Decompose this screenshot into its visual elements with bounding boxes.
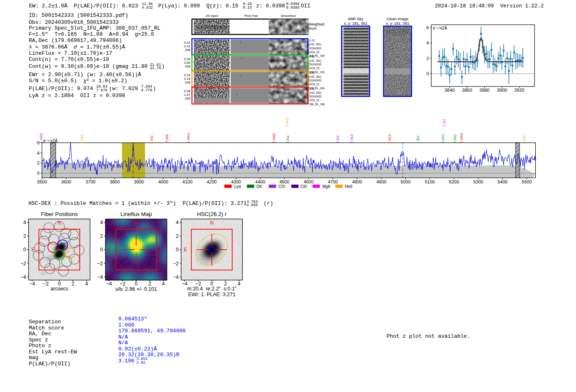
svg-text:Obs: 20240305v016_5001542333: Obs: 20240305v016_5001542333 — [29, 19, 118, 26]
svg-text:6.776: 6.776 — [141, 88, 152, 93]
svg-text:−4: −4 — [29, 281, 35, 287]
svg-text:2D Spec: 2D Spec — [206, 14, 218, 18]
svg-text:(w: 7.029: (w: 7.029 — [109, 86, 138, 92]
svg-text:S/N = 5.0(±0.5) χ2 = 1.0(±0.2: S/N = 5.0(±0.5) χ2 = 1.0(±0.2) — [29, 78, 127, 84]
svg-text:EWr: 1. PLAE: 3.271: EWr: 1. PLAE: 3.271 — [188, 292, 235, 297]
svg-text:Pixel Flat: Pixel Flat — [244, 14, 258, 18]
svg-text:Hβ {: Hβ { — [416, 136, 420, 143]
svg-text:SiIV {: SiIV { — [272, 133, 276, 143]
svg-text:CII {: CII { — [522, 135, 527, 143]
svg-text:0: 0 — [426, 71, 429, 76]
svg-text:v016_01: v016_01 — [309, 83, 320, 86]
svg-text:HeII: HeII — [345, 184, 352, 189]
svg-text:2024-10-18 18:48:09 Version 1: 2024-10-18 18:48:09 Version 1.22.2 — [435, 3, 544, 9]
svg-text:5500: 5500 — [522, 179, 532, 184]
svg-text:−2: −2 — [20, 261, 26, 267]
svg-text:CII {: CII { — [336, 135, 340, 143]
svg-text:20240305: 20240305 — [309, 63, 321, 66]
svg-text:4600: 4600 — [304, 179, 314, 184]
svg-text:SiII {: SiII { — [165, 134, 170, 142]
svg-text:4: 4 — [23, 220, 26, 225]
svg-text:0: 0 — [37, 171, 39, 176]
svg-text:2.995: 2.995 — [246, 203, 258, 207]
svg-text:179.669591, 49.794000: 179.669591, 49.794000 — [118, 328, 186, 334]
svg-text:Cont(n) = 7.70(±0.55)e-18: Cont(n) = 7.70(±0.55)e-18 — [29, 56, 109, 63]
svg-text:NV {: NV { — [150, 136, 154, 144]
svg-text:(191, 361): (191, 361) — [309, 59, 322, 63]
svg-text:x, y: 191, 361: x, y: 191, 361 — [344, 21, 367, 26]
svg-text:−4: −4 — [106, 281, 112, 287]
svg-text:4200: 4200 — [207, 179, 216, 184]
svg-text:2.19: 2.19 — [184, 77, 190, 81]
svg-text:2: 2 — [23, 233, 26, 239]
svg-text:4800: 4800 — [352, 179, 362, 184]
svg-text:P(LAE)/P(OII): 9.074: P(LAE)/P(OII): 9.074 — [29, 86, 93, 92]
svg-text:4700: 4700 — [328, 179, 338, 184]
svg-text:Lineflux Map: Lineflux Map — [121, 211, 152, 217]
svg-text:OIII {: OIII { — [453, 134, 458, 143]
svg-text:SiIV {: SiIV { — [39, 133, 44, 143]
svg-text:With Sky: With Sky — [348, 16, 364, 21]
svg-text:5400: 5400 — [497, 179, 507, 184]
svg-text:HeII {: HeII { — [460, 133, 464, 143]
svg-text:RA, Dec: RA, Dec — [29, 331, 51, 337]
svg-text:0.26: 0.26 — [184, 57, 190, 61]
svg-text:CIV: CIV — [279, 184, 286, 189]
svg-text:RA,Dec (179.669617,49.794006): RA,Dec (179.669617,49.794006) — [29, 37, 122, 44]
svg-text:2: 2 — [426, 56, 429, 61]
svg-text:4: 4 — [37, 151, 39, 155]
svg-text:3800: 3800 — [110, 179, 120, 184]
svg-text:2: 2 — [37, 160, 39, 165]
svg-text:Cont(w) = 9.30(±0.09)e-18 (gma: Cont(w) = 9.30(±0.09)e-18 (gmag 21.80 — [29, 63, 148, 70]
svg-text:Separation: Separation — [29, 319, 61, 325]
svg-text:298: 298 — [185, 65, 190, 68]
svg-text:6: 6 — [37, 140, 39, 145]
svg-text:2.82: 2.82 — [137, 361, 146, 365]
svg-text:4000: 4000 — [158, 179, 168, 184]
svg-text:N/A: N/A — [118, 334, 128, 340]
svg-text:0.08: 0.08 — [184, 89, 190, 93]
svg-text:3500: 3500 — [37, 179, 47, 184]
svg-text:HSC-DEX : Possible Matches = 1: HSC-DEX : Possible Matches = 1 (within +… — [28, 200, 247, 206]
svg-text:OII: OII — [256, 184, 262, 189]
svg-text:(r): (r) — [264, 200, 273, 206]
svg-text:4100: 4100 — [182, 179, 192, 184]
svg-text:Phot z plot not available.: Phot z plot not available. — [387, 333, 470, 339]
svg-text:0.70": 0.70" — [309, 39, 316, 42]
svg-text:(191, 361): (191, 361) — [309, 75, 322, 79]
svg-text:0.84": 0.84" — [309, 55, 316, 58]
svg-text:HSC(26.2) r: HSC(26.2) r — [197, 211, 227, 217]
svg-text:5000: 5000 — [401, 179, 411, 184]
svg-text:): ) — [162, 63, 165, 70]
svg-text:Photo z: Photo z — [29, 343, 51, 349]
svg-text:0.15: 0.15 — [243, 6, 252, 10]
svg-text:arcsecs: arcsecs — [51, 286, 68, 292]
svg-text:F=1.5" T=0.165 N=1.08 A=0.9: F=1.5" T=0.165 N=1.08 A=0.94 g=25.0 — [29, 31, 154, 37]
svg-text:7.876: 7.876 — [96, 88, 107, 93]
svg-text:3840: 3840 — [445, 88, 455, 93]
svg-text:OIII {: OIII { — [441, 134, 446, 143]
svg-text:20240305: 20240305 — [309, 95, 321, 98]
svg-text:3900: 3900 — [497, 88, 507, 93]
svg-text:−4: −4 — [173, 274, 179, 280]
svg-text:−2: −2 — [43, 281, 49, 287]
svg-text:Clean Image: Clean Image — [386, 16, 409, 21]
svg-text:v016_02: v016_02 — [309, 51, 320, 54]
svg-text:3700: 3700 — [86, 179, 95, 184]
svg-text:v016_01: v016_01 — [309, 99, 320, 102]
svg-text:x, y: 191, 361: x, y: 191, 361 — [386, 21, 409, 26]
svg-text:0.31: 0.31 — [184, 41, 190, 44]
svg-text:m:20.4 re:2.2" s:0.1": m:20.4 re:2.2" s:0.1" — [187, 286, 237, 292]
svg-text:CIII {: CIII { — [285, 118, 290, 126]
svg-text:MgII: MgII — [322, 184, 330, 189]
svg-text:Sum: Sum — [309, 26, 317, 30]
svg-text:3600: 3600 — [61, 179, 71, 184]
svg-text:3900: 3900 — [134, 179, 144, 184]
svg-text:4400: 4400 — [255, 179, 265, 184]
svg-text:P(Lyα): 0.099 Q(z): 0.15: P(Lyα): 0.099 Q(z): 0.15 — [158, 3, 238, 9]
svg-text:Spec z: Spec z — [29, 337, 48, 343]
svg-text:4.632: 4.632 — [142, 6, 153, 10]
svg-text:Match score: Match score — [29, 325, 64, 331]
svg-text:3860: 3860 — [462, 88, 472, 93]
svg-text:(191, 352): (191, 352) — [309, 91, 322, 95]
